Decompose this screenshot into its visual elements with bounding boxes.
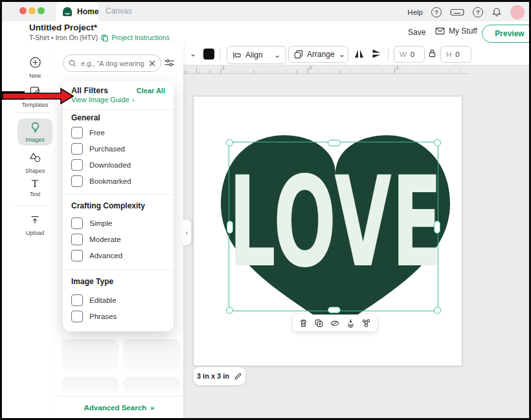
checkbox[interactable] [71,311,83,322]
sidebar-item-upload[interactable]: Upload [14,214,56,236]
image-tile-placeholder[interactable] [123,339,180,370]
sidebar-item-images[interactable]: Images [17,118,52,146]
save-button[interactable]: Save [408,28,425,37]
filter-option-editable[interactable]: Editable [71,294,117,306]
help-label[interactable]: Help [407,8,423,16]
filter-option-bookmarked[interactable]: Bookmarked [71,175,131,187]
width-field[interactable]: W 0 [394,46,425,63]
machine-icon[interactable] [450,8,464,17]
tab-home-label: Home [77,7,98,16]
resize-handle-middle-right[interactable] [434,221,440,234]
chevron-left-icon: ‹ [186,229,188,236]
my-stuff-label: My Stuff [449,27,477,36]
clear-all-link[interactable]: Clear All [137,87,165,94]
text-tool-icon: T [32,178,38,189]
my-stuff-button[interactable]: My Stuff [435,27,477,36]
view-image-guide-link[interactable]: View Image Guide › [71,96,134,104]
filter-option-advanced[interactable]: Advanced [71,250,122,261]
delete-icon[interactable] [299,318,308,328]
checkbox[interactable] [71,143,83,155]
section-title-general: General [71,113,100,122]
resize-handle-middle-left[interactable] [227,221,233,234]
checkbox[interactable] [71,294,83,306]
image-tile-placeholder[interactable] [123,377,180,393]
feedback-chat-icon[interactable]: ? [473,7,483,17]
chevron-down-icon: ⌄ [339,50,345,58]
resize-handle-top-center[interactable] [328,140,341,146]
all-filters-dropdown: All Filters Clear All View Image Guide ›… [63,81,174,331]
panel-collapse-button[interactable]: ‹ [183,219,192,246]
project-title: Untitled Project* [29,23,97,32]
image-search-box[interactable] [63,54,161,72]
checkbox[interactable] [71,250,83,261]
avatar[interactable] [510,5,525,19]
selection-bounding-box[interactable] [229,142,438,311]
flip-vertical-icon[interactable] [371,49,382,59]
checkbox[interactable] [71,127,83,138]
sidebar-item-text[interactable]: T Text [14,178,56,197]
section-title-image-type: Image Type [71,277,113,286]
chevron-down-icon: ⌄ [274,51,280,59]
shapes-icon [29,151,41,164]
tab-home[interactable]: Home [56,2,98,21]
resize-handle-bottom-left[interactable] [226,307,233,314]
toolbar-divider [388,48,389,61]
filter-option-simple[interactable]: Simple [71,217,112,229]
filter-option-downloaded[interactable]: Downloaded [71,159,131,171]
filter-option-purchased[interactable]: Purchased [71,143,125,155]
size-badge-label: 3 in x 3 in [197,372,229,380]
filter-option-moderate[interactable]: Moderate [71,234,121,245]
filter-option-phrases[interactable]: Phrases [71,311,117,322]
tab-canvas[interactable]: Canvas [106,6,132,16]
horizontal-ruler: 1 2 3 [183,65,468,74]
resize-handle-top-right[interactable] [434,139,441,146]
hide-eye-icon[interactable] [330,318,340,328]
operation-chevron-down-icon[interactable]: ⌄ [190,50,196,58]
weld-icon[interactable] [361,318,371,328]
arrange-dropdown[interactable]: Arrange ⌄ [288,46,348,63]
sidebar-divider [14,113,51,113]
canvas-workspace[interactable]: 1 2 3 LOVE [183,65,531,418]
preview-button[interactable]: Preview [482,25,531,43]
ruler-number: 1 [222,65,225,71]
double-chevron-right-icon: » [150,404,154,412]
project-subtitle-row: T-Shirt • Iron On (HTV) Project Instruct… [29,34,170,41]
lock-aspect-icon[interactable] [428,49,436,58]
image-tile-placeholder[interactable] [62,377,119,393]
checkbox[interactable] [71,217,83,229]
checkbox[interactable] [71,159,83,171]
sidebar-item-new[interactable]: New [14,56,56,79]
checkbox[interactable] [71,175,83,187]
plus-circle-icon [29,56,41,69]
instructions-doc-icon [101,34,108,41]
annotation-arrow [0,85,75,107]
color-swatch[interactable] [203,49,214,60]
resize-handle-bottom-center[interactable] [328,307,341,313]
height-field[interactable]: H 0 [440,46,471,63]
search-input[interactable] [80,59,146,68]
advanced-search-link[interactable]: Advanced Search [84,404,147,412]
resize-handle-top-left[interactable] [226,139,233,146]
filter-sliders-icon[interactable] [164,58,175,68]
filter-option-free[interactable]: Free [71,127,105,138]
duplicate-icon[interactable] [314,318,324,328]
flip-horizontal-icon[interactable] [354,49,365,59]
help-question-icon[interactable]: ? [431,7,442,17]
image-tile-placeholder[interactable] [62,339,119,370]
maximize-traffic-light[interactable] [38,7,45,14]
align-dropdown[interactable]: Align ⌄ [227,46,286,64]
toolbar-divider [220,48,220,61]
edit-pencil-icon[interactable] [234,372,242,381]
notifications-bell-icon[interactable] [491,7,502,17]
clear-search-icon[interactable] [149,60,155,67]
close-traffic-light[interactable] [19,7,27,14]
flatten-icon[interactable] [346,318,356,328]
checkbox[interactable] [71,234,83,245]
minimize-traffic-light[interactable] [28,7,36,14]
chevron-right-icon: › [132,96,135,104]
resize-handle-bottom-right[interactable] [434,307,441,314]
dropdown-divider [63,270,174,271]
sidebar-item-shapes[interactable]: Shapes [14,151,56,174]
project-instructions-link[interactable]: Project Instructions [111,34,169,41]
size-badge[interactable]: 3 in x 3 in [194,367,245,385]
